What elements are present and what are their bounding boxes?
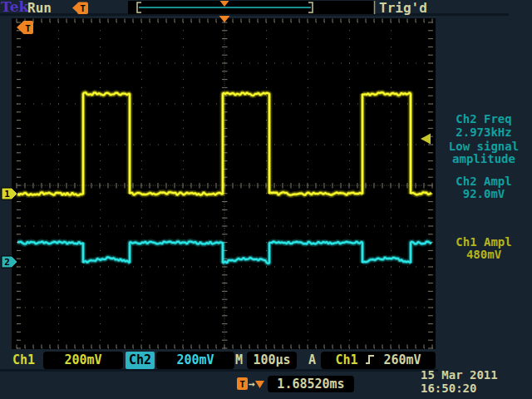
record-view-bar: [128, 1, 375, 14]
date-readout: 15 Mar 2011: [421, 368, 530, 382]
measurement-warning-line2: amplitude: [436, 153, 532, 165]
ch2-ampl-label: Ch2 Ampl: [436, 175, 532, 188]
svg-text:2: 2: [4, 257, 10, 268]
svg-text:T: T: [25, 23, 31, 34]
time-readout: 16:50:20: [421, 382, 530, 395]
ch1-ampl-label: Ch1 Ampl: [436, 236, 532, 249]
ch2-freq-label: Ch2 Freq: [436, 113, 532, 126]
delay-arrow-icon: →: [249, 377, 255, 390]
trigger-group-label: A: [308, 352, 316, 369]
svg-text:1: 1: [4, 189, 10, 200]
svg-text:T: T: [239, 379, 245, 390]
ch2-ampl-value: 92.0mV: [436, 188, 532, 200]
trigger-source: Ch1: [335, 352, 357, 369]
trigger-readout: Ch1 260mV: [321, 352, 436, 369]
ch2-freq-value: 2.973kHz: [436, 126, 532, 139]
trigger-level-readout: 260mV: [383, 352, 421, 369]
ch1-ampl-value: 480mV: [436, 249, 532, 261]
rising-edge-icon: [365, 353, 376, 371]
measurement-warning-line1: Low signal: [436, 140, 532, 153]
delay-marker-icon: [255, 381, 264, 388]
tek-logo: Tek: [1, 0, 28, 15]
ch1-label: Ch1: [12, 352, 35, 369]
ch2-label-badge: Ch2: [126, 352, 155, 369]
trigger-t-icon: T: [72, 2, 88, 15]
trigger-status: Trig'd: [379, 0, 427, 16]
ch1-scale-readout: 200mV: [43, 352, 123, 369]
ch2-scale-readout: 200mV: [156, 352, 234, 369]
timebase-readout: 100µs: [247, 352, 297, 369]
horizontal-delay-readout: 1.68520ms: [268, 376, 354, 392]
svg-text:T: T: [80, 3, 86, 14]
acquisition-status: Run: [27, 0, 52, 16]
timebase-label: M: [235, 352, 243, 369]
